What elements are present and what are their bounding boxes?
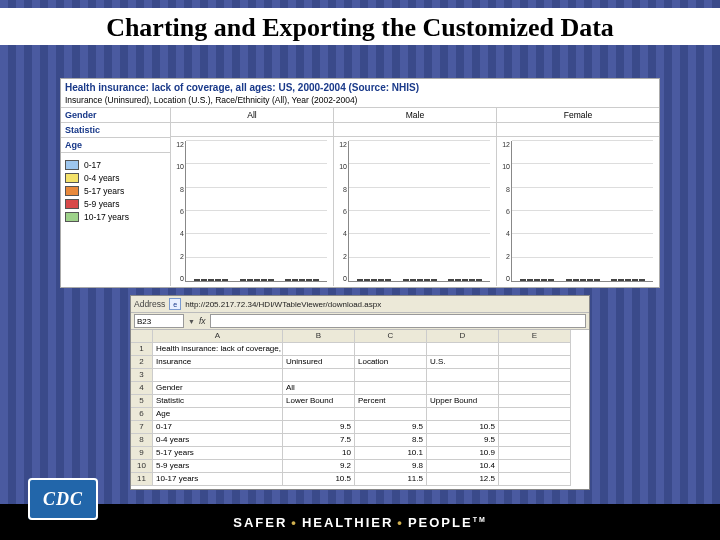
bar <box>313 279 319 281</box>
cell[interactable]: Age <box>153 408 283 421</box>
row-label-age: Age <box>61 138 170 153</box>
cell[interactable]: Percent <box>355 395 427 408</box>
row-header[interactable]: 10 <box>131 460 153 473</box>
cell[interactable]: 0-17 <box>153 421 283 434</box>
formula-bar[interactable] <box>210 314 586 328</box>
bar <box>364 279 370 281</box>
legend-item[interactable]: 5-17 years <box>65 186 166 196</box>
column-header[interactable]: B <box>283 330 355 343</box>
mini-chart: Female121086420 <box>497 108 659 286</box>
legend-item[interactable]: 5-9 years <box>65 199 166 209</box>
cell[interactable] <box>355 382 427 395</box>
row-header[interactable]: 6 <box>131 408 153 421</box>
row-header[interactable]: 7 <box>131 421 153 434</box>
cell[interactable]: 12.5 <box>427 473 499 486</box>
cell[interactable] <box>427 343 499 356</box>
cell[interactable]: 11.5 <box>355 473 427 486</box>
legend-swatch <box>65 212 79 222</box>
cell[interactable]: Insurance <box>153 356 283 369</box>
bar-group <box>442 279 488 281</box>
cell[interactable] <box>499 369 571 382</box>
cell[interactable] <box>427 369 499 382</box>
cell[interactable]: Health insurance: lack of coverage, all … <box>153 343 283 356</box>
y-axis: 121086420 <box>171 137 185 286</box>
cell[interactable] <box>499 395 571 408</box>
cell[interactable]: 10.5 <box>283 473 355 486</box>
column-header[interactable]: E <box>499 330 571 343</box>
cell[interactable] <box>499 343 571 356</box>
cell[interactable] <box>499 408 571 421</box>
spreadsheet-grid[interactable]: ABCDE1Health insurance: lack of coverage… <box>131 330 589 486</box>
cell[interactable]: Lower Bound <box>283 395 355 408</box>
name-box[interactable]: B23 <box>134 314 184 328</box>
cell[interactable]: Uninsured <box>283 356 355 369</box>
row-header[interactable]: 3 <box>131 369 153 382</box>
ie-page-icon: e <box>169 298 181 310</box>
cell[interactable]: 8.5 <box>355 434 427 447</box>
row-header[interactable]: 5 <box>131 395 153 408</box>
column-header[interactable]: A <box>153 330 283 343</box>
row-header[interactable]: 2 <box>131 356 153 369</box>
mini-chart-statistic-header <box>171 123 333 137</box>
cell[interactable]: 9.5 <box>355 421 427 434</box>
bar-group <box>351 279 397 281</box>
cell[interactable] <box>499 447 571 460</box>
fx-label[interactable]: fx <box>199 316 206 326</box>
cell[interactable] <box>499 356 571 369</box>
cell[interactable] <box>427 408 499 421</box>
row-header[interactable]: 8 <box>131 434 153 447</box>
row-header[interactable]: 9 <box>131 447 153 460</box>
bar-group <box>605 279 651 281</box>
cell[interactable] <box>499 421 571 434</box>
cell[interactable] <box>427 382 499 395</box>
row-header[interactable]: 4 <box>131 382 153 395</box>
cell[interactable] <box>283 369 355 382</box>
cell[interactable]: U.S. <box>427 356 499 369</box>
cell[interactable]: 9.2 <box>283 460 355 473</box>
cell[interactable]: Gender <box>153 382 283 395</box>
cell[interactable] <box>153 369 283 382</box>
address-bar[interactable]: Address e http://205.217.72.34/HDI/WTabl… <box>131 296 589 313</box>
cell[interactable]: 10.1 <box>355 447 427 460</box>
cell[interactable] <box>355 343 427 356</box>
cell[interactable]: 10.9 <box>427 447 499 460</box>
bar <box>448 279 454 281</box>
legend-item[interactable]: 10-17 years <box>65 212 166 222</box>
cell[interactable]: 9.8 <box>355 460 427 473</box>
cell[interactable] <box>355 408 427 421</box>
cell[interactable] <box>499 473 571 486</box>
name-box-dropdown-icon[interactable]: ▼ <box>188 318 195 325</box>
cell[interactable]: 10-17 years <box>153 473 283 486</box>
column-header[interactable]: C <box>355 330 427 343</box>
footer-bar: SAFER•HEALTHIER•PEOPLETM <box>0 504 720 540</box>
select-all-cell[interactable] <box>131 330 153 343</box>
cell[interactable]: 5-17 years <box>153 447 283 460</box>
cell[interactable]: Upper Bound <box>427 395 499 408</box>
cell[interactable]: All <box>283 382 355 395</box>
cell[interactable]: Location <box>355 356 427 369</box>
cell[interactable]: 10 <box>283 447 355 460</box>
cell[interactable] <box>499 434 571 447</box>
cell[interactable]: 10.5 <box>427 421 499 434</box>
cell[interactable]: 0-4 years <box>153 434 283 447</box>
column-header[interactable]: D <box>427 330 499 343</box>
address-url: http://205.217.72.34/HDI/WTableViewer/do… <box>185 300 381 309</box>
cell[interactable]: 5-9 years <box>153 460 283 473</box>
cell[interactable] <box>499 460 571 473</box>
cell[interactable]: 9.5 <box>283 421 355 434</box>
cell[interactable]: 10.4 <box>427 460 499 473</box>
row-header[interactable]: 11 <box>131 473 153 486</box>
cell[interactable] <box>283 408 355 421</box>
cell[interactable]: 7.5 <box>283 434 355 447</box>
cell[interactable] <box>283 343 355 356</box>
cell[interactable] <box>355 369 427 382</box>
bars-region <box>348 141 490 282</box>
cell[interactable]: Statistic <box>153 395 283 408</box>
bar <box>410 279 416 281</box>
bar <box>639 279 645 281</box>
legend-item[interactable]: 0-4 years <box>65 173 166 183</box>
cell[interactable] <box>499 382 571 395</box>
cell[interactable]: 9.5 <box>427 434 499 447</box>
legend-item[interactable]: 0-17 <box>65 160 166 170</box>
row-header[interactable]: 1 <box>131 343 153 356</box>
